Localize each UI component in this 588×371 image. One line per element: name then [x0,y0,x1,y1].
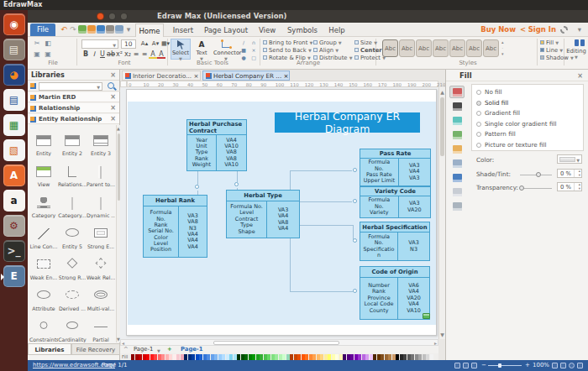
scroll-left-icon[interactable]: ◂ [122,340,124,346]
zoom-slider-thumb[interactable] [498,363,501,368]
bullets-button[interactable]: ≡ [140,50,149,59]
fit-page-icon[interactable] [552,363,558,368]
style-preset-button[interactable]: Abc [433,39,449,57]
document-close-icon[interactable]: × [192,72,198,80]
line-tool[interactable]: / [239,39,248,46]
library-close-icon[interactable]: × [110,104,116,112]
library-search-input[interactable]: ▼ [39,82,102,91]
fullscreen-icon[interactable] [577,363,583,368]
theme-color-icon[interactable] [449,114,465,127]
entity-herbal-purchase-contract[interactable]: Herbal Purchase ContractYearUnitTypeRank… [186,119,247,171]
format-line-button[interactable]: Line ▼ [540,47,563,55]
radio-icon[interactable] [476,90,481,95]
buy-now-button[interactable]: Buy Now [480,24,516,35]
launcher-firefox-icon[interactable]: ◕ [3,64,25,86]
snapshot-icon[interactable] [115,25,123,34]
library-section-relationship[interactable]: Relationship× [28,103,119,113]
shade-slider-thumb[interactable] [536,172,541,177]
shape-derived[interactable]: Derived ... [58,282,87,312]
grid-toggle-icon[interactable] [560,363,566,368]
libraries-close-icon[interactable]: × [110,71,116,80]
diagram-title-box[interactable]: Herbal Company ER Diagram [275,112,420,133]
transparency-slider[interactable] [520,188,552,189]
launcher-terminal-icon[interactable]: >_ [3,240,25,262]
library-close-icon[interactable]: × [110,115,116,123]
document-tab-herbal-company-er[interactable]: Herbal Company ER ... × [202,71,290,81]
page-tab-active[interactable]: Page-1 [181,346,202,353]
arrange-size-button[interactable]: Size ▼ [354,39,377,47]
entity-herbal-type[interactable]: Herbal TypeFormula No.LevelContractTypeS… [226,190,300,238]
editing-group-button[interactable]: Editing▼ [565,39,587,64]
zoom-slider[interactable] [488,365,522,366]
ellipse-tool[interactable]: ● [239,55,248,61]
strikethrough-button[interactable]: ab [107,50,115,59]
panel-tab-libraries[interactable]: Libraries [28,343,71,355]
launcher-libreoffice-calc-icon[interactable]: ▦ [3,114,25,136]
line-format-icon[interactable] [449,100,465,112]
sign-in-button[interactable]: Sign In [528,24,556,35]
style-preset-button[interactable]: Abc [449,39,465,57]
arrange-bring-to-front-button[interactable]: Bring to Front ▼ [263,39,312,47]
undo-icon[interactable]: ↶ [60,25,68,34]
clipart-icon[interactable] [87,25,96,34]
bold-button[interactable]: B [81,50,90,59]
ribbon-tab-symbols[interactable]: Symbols [285,24,320,37]
rectangle-tool[interactable]: ■ [239,47,248,54]
style-preset-button[interactable]: Abc [416,39,432,57]
font-size-select[interactable]: 10 [121,39,136,49]
increase-font-button[interactable]: A▴ [139,39,150,48]
note-icon[interactable] [449,186,465,198]
shade-tint-spinner[interactable]: 0 %▴▾ [557,169,582,178]
format-painter-icon[interactable]: ◧ [44,39,52,48]
canvas-vertical-scrollbar[interactable]: ▲ ▼ [438,87,445,339]
palette-swatch[interactable] [430,354,433,360]
spinner-arrows[interactable]: ▴▾ [579,182,580,191]
search-icon[interactable] [108,82,114,89]
entity-code-of-origin[interactable]: Code of OriginNumberRankProvinceLocal Co… [360,266,430,320]
entity-variety-code[interactable]: Variety CodeFormula No.VarietyVA3VA20 [360,186,431,218]
shape-category[interactable]: Category... [58,189,87,219]
fill-option-single-color-gradient-fill[interactable]: Single color gradient fill [476,119,556,129]
fill-option-no-fill[interactable]: No fill [476,87,502,97]
transparency-slider-thumb[interactable] [519,186,524,191]
file-menu-button[interactable]: File [30,24,55,36]
style-preset-button[interactable]: Abc [466,39,482,57]
shape-weak-rel[interactable]: Weak Rel... [87,251,115,281]
chevron-down-icon[interactable]: ▼ [97,85,100,90]
radio-icon[interactable] [476,101,481,106]
library-section-martin-erd[interactable]: Martin ERD× [28,92,119,102]
fill-option-gradient-fill[interactable]: Gradient fill [476,108,520,118]
canvas-horizontal-scrollbar[interactable]: ◂ ▸ [120,339,438,346]
scroll-up-icon[interactable]: ▲ [439,89,445,95]
zoom-in-icon[interactable]: + [525,360,530,371]
zoom-out-icon[interactable]: − [481,360,486,371]
library-menu-icon[interactable] [30,83,36,89]
transparency-spinner[interactable]: 0 %▴▾ [557,182,582,191]
launcher-edraw-max-icon[interactable]: E [3,265,25,287]
magnifier-icon[interactable] [569,363,575,368]
shape-line-con[interactable]: Line Con... [29,220,58,250]
new-document-icon[interactable] [78,25,87,34]
arrange-distribute-button[interactable]: Distribute ▼ [313,55,353,62]
shape-parent-to[interactable]: Parent to... [87,158,115,188]
arrange-align-button[interactable]: Align ▼ [313,47,339,55]
paste-icon[interactable]: ▣ [33,50,41,59]
shape-attribute[interactable]: Attribute [29,282,58,312]
radio-icon[interactable] [476,111,481,116]
pagebar-collapse-icon[interactable]: ^ [123,346,129,353]
document-properties-icon[interactable] [449,157,465,170]
library-close-icon[interactable]: × [110,93,116,102]
highlight-button[interactable]: A [149,50,157,59]
page-layers-icon[interactable] [449,143,465,155]
shape-entity[interactable]: Entity [29,127,58,157]
presentation-icon[interactable] [471,363,477,368]
customize-icon[interactable]: ▾ [124,25,133,34]
tool-text[interactable]: AText▼ [192,39,211,60]
style-preset-button[interactable]: Abc [382,39,398,57]
save-icon[interactable] [97,25,105,34]
scroll-right-icon[interactable]: ▸ [434,340,437,346]
shape-entity-3[interactable]: Entity 3 [87,127,115,157]
arrange-rotate-flip-button[interactable]: Rotate & Flip ▼ [263,55,311,62]
reading-view-icon[interactable] [463,363,469,368]
document-close-icon[interactable]: × [281,72,288,80]
